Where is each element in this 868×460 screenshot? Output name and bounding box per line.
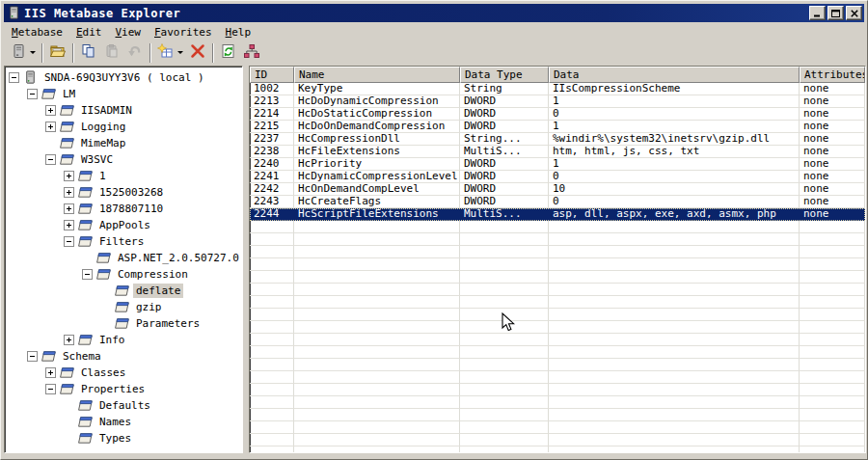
close-button[interactable] (846, 6, 862, 20)
tree-item-apppools[interactable]: AppPools (5, 217, 242, 233)
minimize-button[interactable] (809, 6, 826, 20)
tree-item-label[interactable]: Compression (115, 267, 191, 282)
tree-item-label[interactable]: gzip (133, 300, 165, 314)
tree-item-label[interactable]: ASP.NET_2.0.50727.0 (115, 251, 242, 265)
menu-metabase[interactable]: Metabase (5, 25, 69, 40)
tree-item-1525003268[interactable]: 1525003268 (5, 184, 242, 201)
tree-item-snda-69q3uyy3v6-local[interactable]: SNDA-69Q3UYY3V6 ( local ) (5, 69, 242, 86)
collapse-icon[interactable] (45, 384, 56, 394)
collapse-icon[interactable] (9, 72, 19, 83)
dropdown-arrow-icon[interactable] (177, 51, 183, 54)
tree-item-label[interactable]: Info (96, 333, 128, 347)
tree-item-iisadmin[interactable]: IISADMIN (5, 102, 242, 119)
table-row-2244[interactable]: 2244HcScriptFileExtensionsMultiS...asp, … (250, 208, 865, 221)
title-bar[interactable]: IIS Metabase Explorer (4, 4, 864, 22)
dropdown-arrow-icon[interactable] (30, 51, 36, 54)
new-record-button[interactable] (154, 42, 186, 64)
tree-item-label[interactable]: MimeMap (78, 136, 128, 150)
expand-icon[interactable] (45, 105, 56, 116)
tree-item-1878807110[interactable]: 1878807110 (5, 201, 242, 217)
maximize-button[interactable] (827, 6, 844, 20)
table-row-empty[interactable] (250, 446, 865, 453)
refresh-button[interactable] (217, 42, 240, 64)
expand-icon[interactable] (45, 367, 56, 378)
tree-item-label[interactable]: Schema (60, 349, 104, 364)
collapse-icon[interactable] (82, 269, 93, 280)
table-row-2238[interactable]: 2238HcFileExtensionsMultiS...htm, html, … (250, 146, 865, 158)
table-row-empty[interactable] (250, 409, 865, 421)
collapse-icon[interactable] (45, 154, 56, 165)
tree-item-label[interactable]: 1878807110 (96, 202, 166, 216)
tree-item-gzip[interactable]: gzip (5, 299, 242, 315)
table-row-empty[interactable] (250, 396, 865, 409)
connect-button[interactable] (7, 42, 39, 64)
tree-item-info[interactable]: Info (5, 332, 242, 348)
tree-item-label[interactable]: LM (60, 87, 78, 101)
column-header-attributes[interactable]: Attributes (800, 67, 865, 83)
table-row-2214[interactable]: 2214HcDoStaticCompressionDWORD0none (250, 108, 865, 121)
expand-icon[interactable] (64, 335, 74, 345)
tree-item-label[interactable]: AppPools (96, 218, 153, 232)
tree-item-names[interactable]: Names (5, 414, 242, 430)
table-row-empty[interactable] (250, 258, 865, 271)
table-row-empty[interactable] (250, 346, 865, 359)
table-row-empty[interactable] (250, 221, 865, 233)
tree-item-deflate[interactable]: deflate (5, 283, 242, 299)
tree-item-compression[interactable]: Compression (5, 266, 242, 283)
tree-item-label[interactable]: 1 (96, 169, 109, 183)
tree-item-defaults[interactable]: Defaults (5, 397, 242, 414)
tree-item-mimemap[interactable]: MimeMap (5, 135, 242, 151)
open-button[interactable] (46, 42, 69, 64)
table-row-2213[interactable]: 2213HcDoDynamicCompressionDWORD1none (250, 95, 865, 108)
menu-view[interactable]: View (108, 25, 148, 40)
table-row-2241[interactable]: 2241HcDynamicCompressionLevelDWORD0none (250, 171, 865, 183)
expand-icon[interactable] (64, 171, 74, 181)
column-header-id[interactable]: ID (250, 67, 294, 83)
table-row-empty[interactable] (250, 284, 865, 296)
delete-button[interactable] (186, 42, 209, 64)
table-row-empty[interactable] (250, 296, 865, 309)
collapse-icon[interactable] (27, 351, 38, 362)
table-row-empty[interactable] (250, 321, 865, 334)
table-row-empty[interactable] (250, 434, 865, 446)
tree-item-classes[interactable]: Classes (5, 365, 242, 381)
tree-item-label[interactable]: deflate (133, 284, 183, 298)
hierarchy-button[interactable] (240, 42, 263, 64)
tree-item-filters[interactable]: Filters (5, 233, 242, 250)
column-header-data-type[interactable]: Data Type (460, 67, 549, 83)
expand-icon[interactable] (45, 122, 56, 132)
table-row-2215[interactable]: 2215HcDoOnDemandCompressionDWORD1none (250, 121, 865, 133)
tree-item-label[interactable]: IISADMIN (78, 103, 135, 118)
table-row-empty[interactable] (250, 334, 865, 346)
table-row-2243[interactable]: 2243HcCreateFlagsDWORD0none (250, 196, 865, 208)
tree-item-w3svc[interactable]: W3SVC (5, 151, 242, 168)
table-row-empty[interactable] (250, 309, 865, 321)
table-row-2242[interactable]: 2242HcOnDemandCompLevelDWORD10none (250, 183, 865, 196)
tree-item-label[interactable]: Types (96, 431, 134, 446)
tree-item-types[interactable]: Types (5, 430, 242, 446)
table-row-empty[interactable] (250, 359, 865, 371)
tree-item-label[interactable]: Logging (78, 120, 128, 134)
table-row-empty[interactable] (250, 384, 865, 396)
tree-item-asp-net-2-0-50727-0[interactable]: ASP.NET_2.0.50727.0 (5, 250, 242, 266)
tree-item-label[interactable]: Properties (78, 382, 148, 396)
tree-item-properties[interactable]: Properties (5, 381, 242, 397)
menu-help[interactable]: Help (219, 25, 258, 40)
table-row-empty[interactable] (250, 421, 865, 434)
collapse-icon[interactable] (27, 89, 38, 99)
menu-favorites[interactable]: Favorites (148, 25, 219, 40)
tree-item-label[interactable]: Parameters (133, 316, 203, 331)
table-row-2237[interactable]: 2237HcCompressionDllString...%windir%\sy… (250, 133, 865, 146)
copy-button[interactable] (77, 42, 100, 64)
tree-item-label[interactable]: Filters (96, 234, 147, 249)
tree-item-label[interactable]: Classes (78, 365, 128, 380)
table-row-2240[interactable]: 2240HcPriorityDWORD1none (250, 158, 865, 171)
table-row-empty[interactable] (250, 371, 865, 384)
expand-icon[interactable] (64, 220, 74, 230)
tree-item-label[interactable]: Names (96, 415, 134, 429)
tree-item-label[interactable]: W3SVC (78, 152, 116, 167)
table-row-empty[interactable] (250, 233, 865, 246)
column-header-data[interactable]: Data (549, 67, 800, 83)
table-row-empty[interactable] (250, 271, 865, 284)
tree-item-label[interactable]: Defaults (96, 398, 153, 413)
